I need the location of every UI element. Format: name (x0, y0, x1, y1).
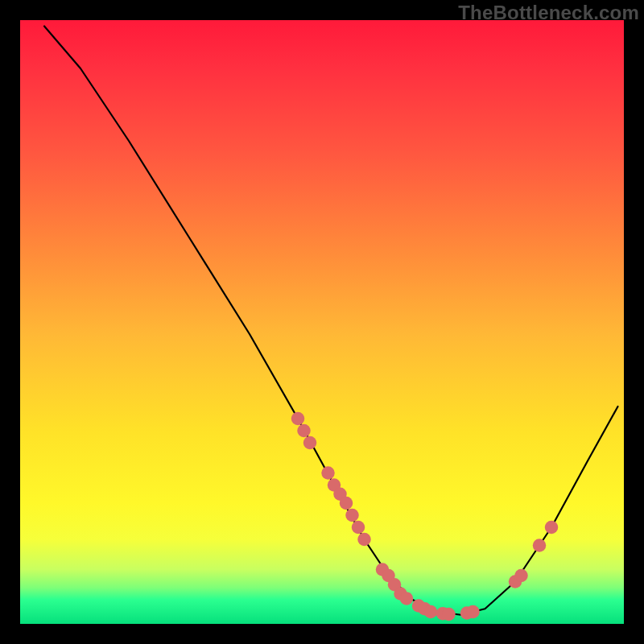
data-point (357, 533, 371, 547)
data-point (466, 605, 480, 619)
data-point (321, 466, 335, 480)
chart-area (20, 20, 624, 624)
data-point (545, 521, 559, 535)
bottleneck-curve (44, 27, 618, 615)
data-point (297, 424, 311, 438)
data-point (352, 521, 365, 535)
data-point (303, 436, 317, 450)
data-point (291, 412, 305, 426)
chart-svg (20, 20, 624, 624)
data-point (533, 539, 547, 552)
data-point (424, 605, 438, 619)
data-point (345, 509, 359, 522)
data-point (442, 608, 456, 621)
data-point (400, 592, 414, 605)
data-point (340, 497, 353, 510)
data-point (514, 569, 528, 583)
scatter-points (291, 412, 559, 621)
